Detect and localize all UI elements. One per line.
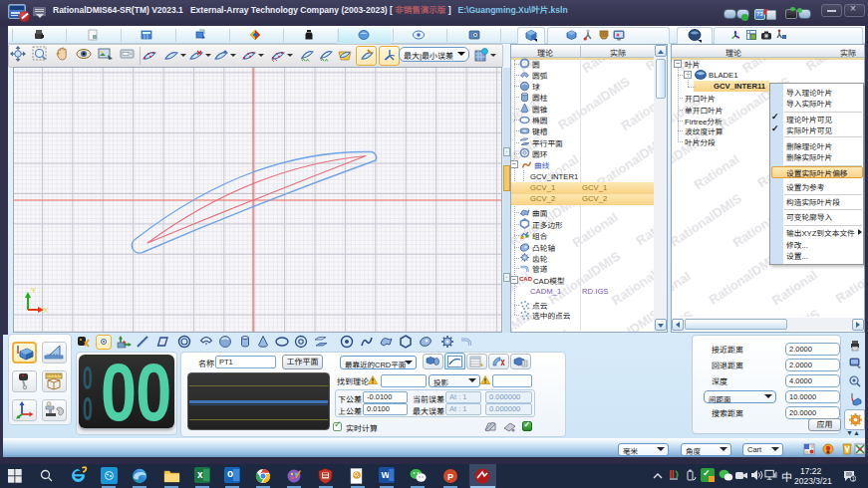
- svg-text:P: P: [447, 472, 453, 482]
